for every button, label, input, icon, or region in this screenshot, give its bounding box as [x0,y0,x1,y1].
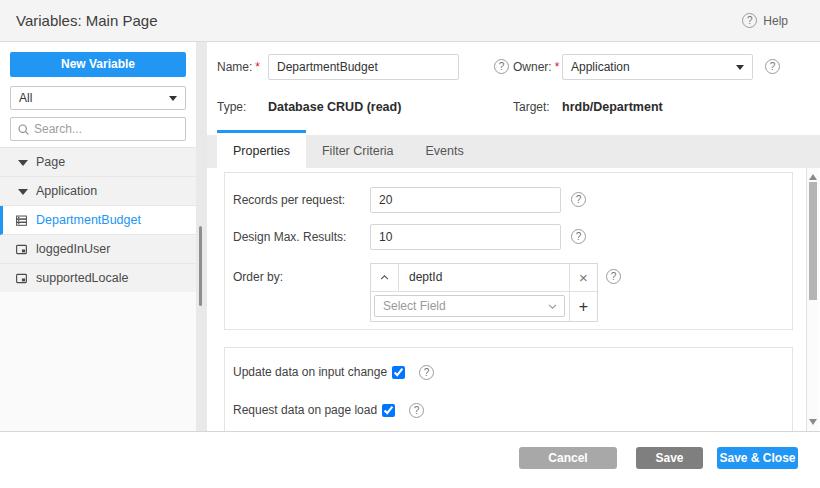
tree-group-label: Page [36,155,65,169]
chevron-down-icon [547,301,558,312]
variables-sidebar: New Variable All Page Application [0,42,196,431]
name-label-text: Name: [217,60,252,74]
content-scrollbar[interactable] [806,168,819,431]
name-help-icon[interactable]: ? [494,59,509,74]
tree-group-label: Application [36,184,97,198]
order-by-add-row: Select Field + [371,292,597,321]
tree-group-page[interactable]: Page [0,148,196,177]
records-per-request-input[interactable] [370,187,561,213]
records-per-request-label: Records per request: [233,187,345,213]
variables-tree: Page Application DepartmentBudget logged… [0,147,196,293]
save-and-close-button[interactable]: Save & Close [717,447,798,469]
update-on-change-checkbox[interactable] [392,366,405,379]
scroll-up-arrow-icon[interactable] [809,174,817,180]
caret-down-icon [169,96,177,101]
new-variable-button[interactable]: New Variable [10,52,186,77]
request-on-load-row: Request data on page load ? [233,402,424,418]
sidebar-splitter [196,42,207,431]
name-input[interactable] [268,54,459,80]
variable-filter-select[interactable]: All [10,86,186,110]
type-value: Database CRUD (read) [268,100,401,115]
tree-item-label: supportedLocale [36,271,128,285]
type-label: Type: [217,94,246,120]
caret-down-icon [736,65,744,70]
update-on-change-row: Update data on input change ? [233,364,434,380]
tree-item-label: DepartmentBudget [36,213,141,227]
tree-item-departmentbudget[interactable]: DepartmentBudget [0,206,196,235]
tree-item-label: loggedInUser [36,242,110,256]
tab-bar: Properties Filter Criteria Events [207,135,820,168]
select-field-placeholder: Select Field [383,299,446,313]
cancel-button[interactable]: Cancel [519,447,617,469]
update-on-change-label: Update data on input change [233,365,387,379]
owner-select-value: Application [571,60,630,74]
plus-icon: + [579,298,588,316]
search-icon [17,123,30,136]
request-on-load-label: Request data on page load [233,403,377,417]
variable-detail-panel: Name:* ? Owner:* Application ? Type: Dat… [207,42,820,431]
search-box [10,117,186,141]
owner-label-text: Owner: [513,60,552,74]
update-on-change-help-icon[interactable]: ? [419,365,434,380]
behavior-panel: Update data on input change ? Request da… [224,347,793,431]
help-label: Help [763,14,788,28]
variable-filter-value: All [19,91,32,105]
request-on-load-help-icon[interactable]: ? [409,403,424,418]
save-button[interactable]: Save [636,447,703,469]
tree-group-application[interactable]: Application [0,177,196,206]
scroll-down-arrow-icon[interactable] [809,419,817,425]
help-icon: ? [742,13,757,28]
records-help-icon[interactable]: ? [571,192,586,207]
static-variable-icon [15,243,28,256]
close-icon: × [579,269,588,286]
owner-help-icon[interactable]: ? [765,59,780,74]
order-field-value: deptId [399,264,569,291]
sort-direction-toggle[interactable] [371,264,399,291]
name-label: Name:* [217,54,260,80]
owner-select[interactable]: Application [562,54,753,80]
help-link[interactable]: ? Help [742,0,788,41]
search-input[interactable] [34,122,174,136]
sidebar-empty-area [0,292,196,431]
design-max-help-icon[interactable]: ? [571,229,586,244]
collapse-triangle-icon[interactable] [18,160,28,166]
remove-order-field-button[interactable]: × [569,264,597,291]
required-marker: * [555,60,560,74]
tab-filter-criteria[interactable]: Filter Criteria [306,135,410,168]
variables-dialog: Variables: Main Page ? Help New Variable… [0,0,820,488]
dialog-title: Variables: Main Page [16,0,157,41]
tab-properties[interactable]: Properties [217,130,306,168]
add-order-field-button[interactable]: + [569,292,597,321]
design-max-results-label: Design Max. Results: [233,224,346,250]
tree-item-loggedinuser[interactable]: loggedInUser [0,235,196,264]
dialog-footer: Cancel Save Save & Close [0,431,820,488]
order-by-widget: deptId × Select Field + [370,263,598,322]
collapse-triangle-icon[interactable] [18,189,28,195]
request-on-load-checkbox[interactable] [382,404,395,417]
select-field-wrap: Select Field [371,292,569,321]
static-variable-icon [15,272,28,285]
tree-item-supportedlocale[interactable]: supportedLocale [0,264,196,293]
chevron-up-icon [379,272,390,283]
target-value: hrdb/Department [562,100,663,115]
design-max-results-input[interactable] [370,224,561,250]
select-field-dropdown[interactable]: Select Field [374,295,565,317]
dialog-titlebar: Variables: Main Page ? Help [0,0,820,42]
order-by-row: deptId × [371,264,597,292]
crud-variable-icon [15,214,28,227]
order-by-label: Order by: [233,264,283,290]
scrollbar-thumb[interactable] [809,182,817,300]
tab-events[interactable]: Events [410,135,480,168]
properties-panel: Records per request: ? Design Max. Resul… [224,172,793,330]
order-by-help-icon[interactable]: ? [606,269,621,284]
owner-label: Owner:* [513,54,559,80]
target-label: Target: [513,94,550,120]
required-marker: * [255,60,260,74]
sidebar-scrollbar-thumb[interactable] [199,226,202,306]
